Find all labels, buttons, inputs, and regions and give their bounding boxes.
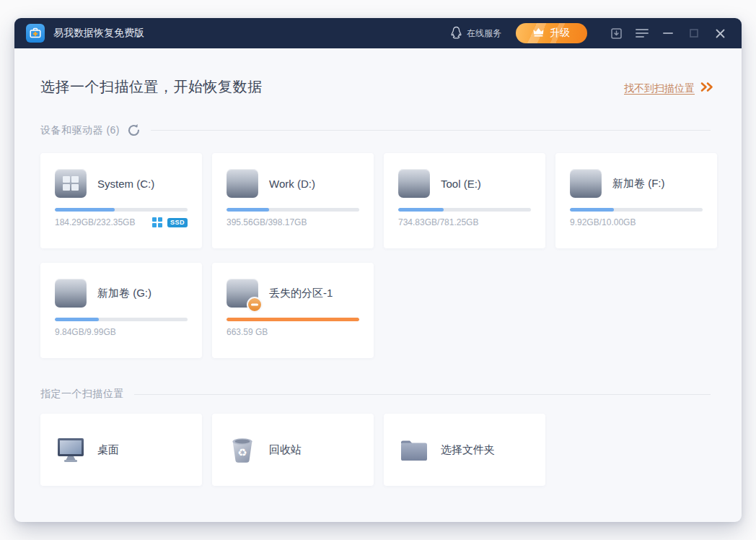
section-devices: 设备和驱动器 (6) xyxy=(40,123,711,137)
drive-name: System (C:) xyxy=(97,178,154,190)
location-card-desktop[interactable]: 桌面 xyxy=(40,414,202,486)
location-label: 回收站 xyxy=(269,443,302,457)
crown-icon xyxy=(533,27,544,39)
capacity-bar xyxy=(570,208,703,212)
capacity-bar xyxy=(398,208,531,212)
drive-size: 9.92GB/10.00GB xyxy=(570,217,636,227)
location-label: 选择文件夹 xyxy=(441,443,495,457)
app-logo-icon xyxy=(26,24,45,43)
upgrade-button[interactable]: 升级 xyxy=(516,23,587,43)
drive-size: 9.84GB/9.99GB xyxy=(55,327,116,337)
drive-icon xyxy=(570,169,602,198)
location-card-recycle-bin[interactable]: ♻ 回收站 xyxy=(212,414,374,486)
maximize-button[interactable] xyxy=(684,23,704,43)
drive-size: 184.29GB/232.35GB xyxy=(55,217,135,227)
drive-card-new-volume-g[interactable]: 新加卷 (G:) 9.84GB/9.99GB xyxy=(40,263,202,358)
page-title: 选择一个扫描位置，开始恢复数据 xyxy=(40,77,263,97)
cannot-find-location-link[interactable]: 找不到扫描位置 xyxy=(624,82,714,95)
drive-name: Work (D:) xyxy=(269,178,315,190)
recycle-bin-icon: ♻ xyxy=(227,435,258,464)
windows-logo-icon xyxy=(152,217,162,227)
upgrade-label: 升级 xyxy=(550,27,570,40)
double-chevron-right-icon xyxy=(700,82,714,95)
qq-penguin-icon xyxy=(450,26,462,41)
refresh-icon[interactable] xyxy=(127,123,141,137)
app-title: 易我数据恢复免费版 xyxy=(53,27,144,40)
capacity-bar xyxy=(227,318,359,321)
drive-card-new-volume-f[interactable]: 新加卷 (F:) 9.92GB/10.00GB xyxy=(555,153,717,248)
drive-icon xyxy=(398,169,430,198)
drive-size: 734.83GB/781.25GB xyxy=(398,217,478,227)
windows-drive-overlay-icon xyxy=(63,176,79,191)
drive-card-work-d[interactable]: Work (D:) 395.56GB/398.17GB xyxy=(212,153,374,248)
titlebar: 易我数据恢复免费版 在线服务 升级 xyxy=(14,18,742,48)
location-card-select-folder[interactable]: 选择文件夹 xyxy=(384,414,545,486)
capacity-bar xyxy=(227,208,359,212)
online-service-label: 在线服务 xyxy=(467,27,501,40)
capacity-bar xyxy=(55,318,188,321)
drive-name: 丢失的分区-1 xyxy=(269,287,333,300)
close-button[interactable] xyxy=(710,23,730,43)
drive-name: Tool (E:) xyxy=(441,178,481,190)
online-service-button[interactable]: 在线服务 xyxy=(450,26,501,41)
drive-card-tool-e[interactable]: Tool (E:) 734.83GB/781.25GB xyxy=(384,153,545,248)
drive-size: 395.56GB/398.17GB xyxy=(227,217,307,227)
drive-icon xyxy=(55,279,87,308)
drive-icon xyxy=(55,169,87,198)
divider xyxy=(134,394,711,395)
app-window: 易我数据恢复免费版 在线服务 升级 xyxy=(14,18,742,522)
location-label: 桌面 xyxy=(97,443,119,457)
folder-icon xyxy=(398,437,430,462)
drive-name: 新加卷 (F:) xyxy=(612,177,665,191)
import-scan-icon[interactable] xyxy=(606,23,626,43)
recycle-symbol-icon: ♻ xyxy=(237,447,247,458)
ssd-badge: SSD xyxy=(167,218,188,227)
cannot-find-location-label: 找不到扫描位置 xyxy=(624,82,695,95)
section-devices-label: 设备和驱动器 (6) xyxy=(40,124,120,137)
drive-size: 663.59 GB xyxy=(227,327,268,337)
section-locations-label: 指定一个扫描位置 xyxy=(40,388,124,401)
drive-name: 新加卷 (G:) xyxy=(97,287,151,300)
desktop-icon xyxy=(55,437,87,463)
divider xyxy=(151,130,711,131)
menu-icon[interactable] xyxy=(632,23,652,43)
minimize-button[interactable] xyxy=(658,23,678,43)
drive-card-system-c[interactable]: System (C:) 184.29GB/232.35GB SSD xyxy=(40,153,202,248)
lost-partition-badge-icon xyxy=(247,297,263,313)
drive-card-lost-partition-1[interactable]: 丢失的分区-1 663.59 GB xyxy=(212,263,374,358)
capacity-bar xyxy=(55,208,188,212)
drive-icon xyxy=(227,169,258,198)
section-locations: 指定一个扫描位置 xyxy=(40,388,711,401)
drive-icon xyxy=(227,279,258,308)
